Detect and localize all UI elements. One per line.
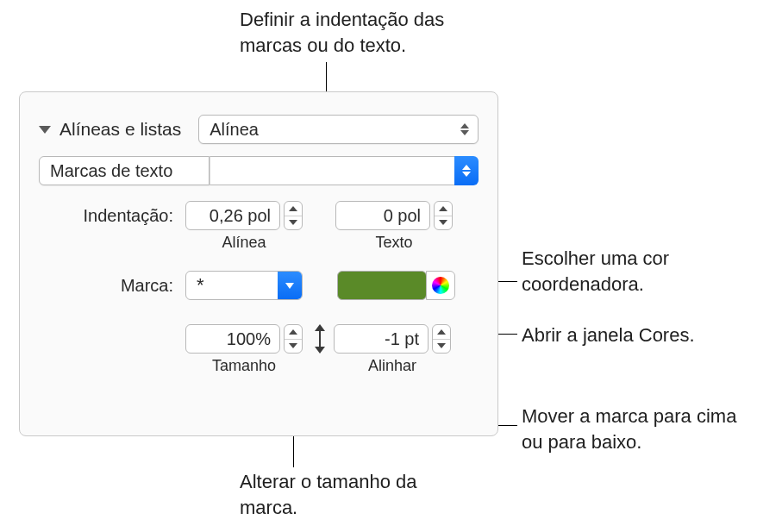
chevron-updown-icon [454,156,479,185]
chevron-updown-icon [460,123,469,135]
marker-color-well[interactable] [337,271,427,300]
callout-wheel: Abrir a janela Cores. [522,322,754,348]
chevron-down-icon [289,220,297,225]
chevron-down-icon [437,343,446,348]
marker-size-value[interactable]: 100% [185,324,280,354]
stepper-buttons[interactable] [284,201,303,230]
color-picker-button[interactable] [426,271,455,300]
stepper-buttons[interactable] [434,201,453,230]
marker-size-stepper[interactable]: 100% [185,324,303,354]
marker-symbol-value: * [186,274,278,297]
chevron-up-icon [439,206,447,211]
text-indent-value[interactable]: 0 pol [335,201,430,230]
callout-size: Alterar o tamanho da marca. [240,469,464,520]
bullet-type-popup[interactable]: Marcas de texto [39,156,479,185]
callout-align: Mover a marca para cima ou para baixo. [522,404,754,454]
chevron-down-icon [439,220,447,225]
vertical-resize-icon [310,324,330,354]
bullets-panel: Alíneas e listas Alínea Marcas de texto … [19,91,498,436]
chevron-up-icon [289,329,297,335]
chevron-up-icon [289,206,297,211]
callout-indent: Definir a indentação das marcas ou do te… [240,7,507,58]
marker-size-sublabel: Tamanho [185,357,303,375]
color-wheel-icon [432,277,449,294]
marker-align-value[interactable]: -1 pt [334,324,429,354]
bullet-type-empty-field[interactable] [210,156,455,185]
indent-label: Indentação: [39,201,173,226]
list-style-value: Alínea [210,120,259,140]
bullet-indent-sublabel: Alínea [185,234,303,252]
marker-align-sublabel: Alinhar [334,357,451,375]
section-title: Alíneas e listas [59,119,181,140]
chevron-down-icon [289,343,297,348]
list-style-popup[interactable]: Alínea [198,115,479,144]
marker-align-stepper[interactable]: -1 pt [334,324,451,354]
text-indent-sublabel: Texto [335,234,453,252]
bullet-indent-value[interactable]: 0,26 pol [185,201,280,230]
stepper-buttons[interactable] [432,324,451,354]
bullet-type-value: Marcas de texto [50,161,172,181]
disclosure-triangle-icon[interactable] [39,126,51,134]
chevron-up-icon [437,329,446,335]
chevron-down-icon [278,272,302,299]
text-indent-stepper[interactable]: 0 pol [335,201,453,230]
callout-color: Escolher uma cor coordenadora. [522,246,746,297]
stepper-buttons[interactable] [284,324,303,354]
bullet-indent-stepper[interactable]: 0,26 pol [185,201,303,230]
marker-label: Marca: [39,276,173,296]
marker-symbol-popup[interactable]: * [185,271,303,300]
